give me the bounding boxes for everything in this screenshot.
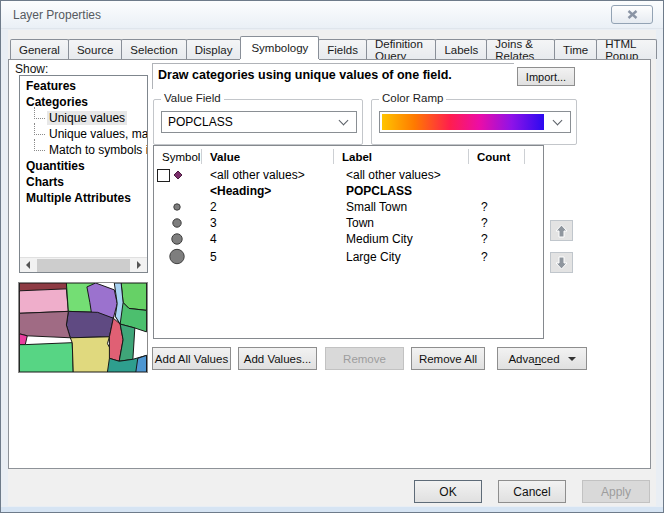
- symbology-map-preview: [18, 282, 148, 373]
- table-row-class-2[interactable]: 2 Small Town ?: [154, 199, 543, 215]
- title-bar[interactable]: Layer Properties: [1, 1, 663, 29]
- table-row-class-4[interactable]: 4 Medium City ?: [154, 231, 543, 247]
- color-ramp-swatch: [382, 114, 544, 130]
- circle-symbol-large-icon[interactable]: [156, 231, 200, 247]
- color-ramp-group-label: Color Ramp: [379, 92, 446, 104]
- arrow-down-icon: [555, 256, 568, 270]
- tree-connector: [34, 123, 45, 135]
- tab-strip: General Source Selection Display Symbolo…: [10, 38, 656, 59]
- remove-button: Remove: [325, 347, 404, 370]
- remove-all-button[interactable]: Remove All: [411, 347, 485, 370]
- close-icon: [627, 10, 638, 19]
- column-header-value[interactable]: Value: [202, 149, 334, 164]
- value-field-selected-value: POPCLASS: [162, 115, 340, 129]
- column-header-count[interactable]: Count: [469, 149, 525, 164]
- column-header-label[interactable]: Label: [334, 149, 469, 164]
- tree-horizontal-scrollbar[interactable]: [20, 257, 147, 272]
- tab-display[interactable]: Display: [186, 39, 242, 59]
- window-title: Layer Properties: [13, 8, 101, 22]
- show-item-features[interactable]: Features: [24, 78, 147, 94]
- symbology-tab-page: Show: Features Categories Unique values: [8, 59, 651, 469]
- table-row-class-3[interactable]: 3 Town ?: [154, 215, 543, 231]
- scrollbar-thumb[interactable]: [37, 259, 130, 272]
- diamond-symbol-icon[interactable]: [170, 168, 186, 182]
- circle-symbol-xlarge-icon[interactable]: [156, 247, 200, 266]
- show-item-charts[interactable]: Charts: [24, 174, 147, 190]
- value-field-group: Value Field POPCLASS: [153, 99, 363, 145]
- tab-general[interactable]: General: [10, 39, 69, 59]
- scroll-left-icon: [26, 261, 30, 269]
- tab-time[interactable]: Time: [554, 39, 597, 59]
- dialog-client-area: General Source Selection Display Symbolo…: [8, 30, 656, 506]
- unique-values-table: Symbol Value Label Count <all other valu…: [153, 145, 544, 339]
- cancel-button[interactable]: Cancel: [498, 480, 566, 503]
- value-field-dropdown[interactable]: POPCLASS: [161, 111, 357, 133]
- advanced-button[interactable]: Advanced: [497, 347, 587, 370]
- close-button[interactable]: [611, 5, 653, 24]
- tab-html-popup[interactable]: HTML Popup: [596, 39, 657, 59]
- tab-joins-relates[interactable]: Joins & Relates: [486, 39, 555, 59]
- column-header-symbol[interactable]: Symbol: [154, 149, 202, 164]
- tree-connector: [34, 139, 45, 151]
- value-field-group-label: Value Field: [161, 92, 224, 104]
- apply-button: Apply: [582, 480, 650, 503]
- scroll-left-button[interactable]: [20, 258, 36, 273]
- tab-selection[interactable]: Selection: [121, 39, 186, 59]
- show-item-quantities[interactable]: Quantities: [24, 158, 147, 174]
- tab-labels[interactable]: Labels: [435, 39, 487, 59]
- table-row-all-other-values[interactable]: <all other values> <all other values>: [154, 167, 543, 183]
- tab-definition-query[interactable]: Definition Query: [366, 39, 436, 59]
- map-preview-image: [19, 283, 147, 372]
- show-label: Show:: [15, 62, 48, 76]
- all-other-values-checkbox[interactable]: [157, 169, 170, 182]
- dropdown-arrow-icon: [568, 357, 576, 361]
- scroll-right-icon: [137, 261, 141, 269]
- chevron-down-icon: [553, 115, 563, 125]
- circle-symbol-small-icon[interactable]: [156, 199, 200, 215]
- table-row-heading[interactable]: <Heading> POPCLASS: [154, 183, 543, 199]
- method-description: Draw categories using unique values of o…: [152, 63, 514, 89]
- ok-button[interactable]: OK: [414, 480, 482, 503]
- color-ramp-group: Color Ramp: [371, 99, 577, 145]
- tree-connector: [34, 107, 45, 119]
- tab-source[interactable]: Source: [68, 39, 122, 59]
- show-tree-listbox: Features Categories Unique values Unique…: [19, 75, 148, 273]
- tab-fields[interactable]: Fields: [318, 39, 367, 59]
- color-ramp-dropdown[interactable]: [379, 111, 571, 133]
- show-item-match-to-symbols[interactable]: Match to symbols in a: [24, 142, 147, 158]
- move-value-up-button[interactable]: [550, 220, 573, 241]
- add-values-button[interactable]: Add Values...: [238, 347, 317, 370]
- circle-symbol-medium-icon[interactable]: [156, 215, 200, 231]
- add-all-values-button[interactable]: Add All Values: [152, 347, 231, 370]
- table-header-row: Symbol Value Label Count: [154, 146, 543, 167]
- import-button[interactable]: Import...: [517, 67, 575, 86]
- show-item-multiple-attributes[interactable]: Multiple Attributes: [24, 190, 147, 206]
- layer-properties-dialog: Layer Properties General Source Selectio…: [0, 0, 664, 513]
- tab-symbology[interactable]: Symbology: [240, 36, 319, 59]
- arrow-up-icon: [555, 224, 568, 238]
- window-frame-bottom: [1, 507, 663, 512]
- chevron-down-icon: [339, 115, 349, 125]
- move-value-down-button[interactable]: [550, 252, 573, 273]
- scroll-right-button[interactable]: [131, 258, 147, 273]
- table-row-class-5[interactable]: 5 Large City ?: [154, 247, 543, 266]
